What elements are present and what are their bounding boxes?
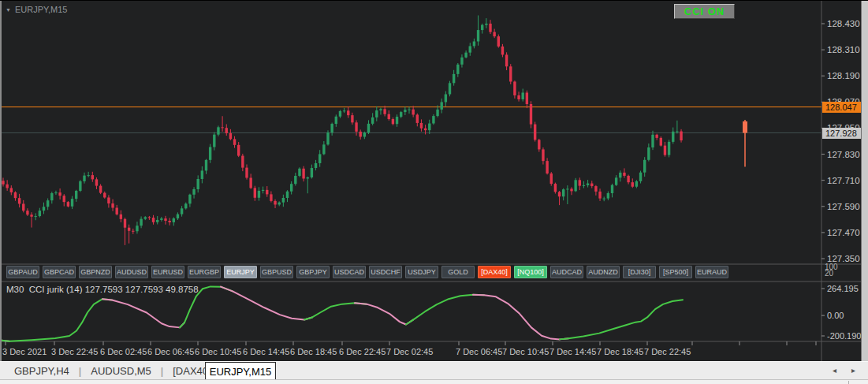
time-tick-label: 6 Dec 22:45 bbox=[339, 347, 386, 356]
candle-body bbox=[445, 95, 447, 103]
candle-body bbox=[156, 220, 158, 222]
candle-body bbox=[420, 123, 423, 129]
symbol-button-gbpcad[interactable]: GBPCAD bbox=[43, 266, 76, 278]
candle-body bbox=[530, 104, 532, 125]
symbol-button-audnzd[interactable]: AUDNZD bbox=[587, 266, 620, 278]
candle-body bbox=[404, 110, 406, 112]
candle-body bbox=[672, 132, 674, 142]
candle-body bbox=[566, 188, 568, 189]
candle-body bbox=[43, 207, 45, 211]
candle-body bbox=[266, 190, 268, 195]
candle-body bbox=[10, 188, 13, 192]
cci-line-segment bbox=[304, 303, 367, 319]
candle-body bbox=[579, 180, 581, 185]
symbol-button-gold[interactable]: GOLD bbox=[441, 266, 475, 278]
candle-body bbox=[140, 219, 142, 226]
tab-scroll-left-icon[interactable]: ◂ bbox=[833, 366, 836, 375]
symbol-button-gbpaud[interactable]: GBPAUD bbox=[6, 266, 39, 278]
candle-body bbox=[241, 156, 244, 168]
price-tick-label: 127.590 bbox=[827, 202, 860, 211]
candle-body bbox=[47, 200, 49, 207]
candle-body bbox=[371, 117, 374, 124]
candle-body bbox=[290, 184, 292, 192]
time-tick-label: 6 Dec 06:45 bbox=[147, 347, 194, 356]
symbol-button-usdchf[interactable]: USDCHF bbox=[369, 266, 402, 278]
cci-line-segment bbox=[221, 287, 312, 320]
candle-body bbox=[534, 125, 536, 140]
symbol-button-eurusd[interactable]: EURUSD bbox=[151, 266, 184, 278]
candle-body bbox=[120, 214, 122, 219]
candle-body bbox=[615, 177, 617, 185]
active-chart-tab[interactable]: EURJPY,M15 bbox=[205, 362, 276, 380]
candle-body bbox=[570, 188, 572, 191]
candle-body bbox=[651, 135, 654, 147]
symbol-button-euraud[interactable]: EURAUD bbox=[695, 266, 728, 278]
symbol-button-sp500[interactable]: [SP500] bbox=[659, 266, 692, 278]
symbol-button-dji30[interactable]: [DJI30] bbox=[623, 266, 656, 278]
candle-body bbox=[603, 199, 605, 199]
candle-body bbox=[116, 208, 118, 214]
candle-body bbox=[343, 110, 345, 111]
candle-body bbox=[225, 128, 228, 133]
candle-body bbox=[50, 193, 53, 200]
candle-body bbox=[464, 53, 467, 58]
candle-body bbox=[587, 184, 589, 185]
cci-toggle-button[interactable]: CCI ON bbox=[674, 4, 735, 19]
candle-body bbox=[63, 196, 65, 202]
candle-body bbox=[71, 199, 73, 207]
price-tick-label: 127.470 bbox=[827, 228, 860, 237]
candle-body bbox=[611, 185, 613, 193]
candle-body bbox=[237, 145, 240, 156]
candle-body bbox=[460, 58, 463, 65]
candle-body bbox=[513, 81, 516, 95]
candle-body bbox=[359, 132, 362, 137]
symbol-button-audusd[interactable]: AUDUSD bbox=[115, 266, 148, 278]
candle-body bbox=[481, 25, 483, 30]
candle-body bbox=[509, 66, 512, 81]
symbol-button-usdcad[interactable]: USDCAD bbox=[333, 266, 366, 278]
candle-body bbox=[497, 36, 500, 47]
candle-body bbox=[132, 231, 134, 232]
candle-body bbox=[436, 110, 438, 116]
candle-body bbox=[505, 54, 508, 66]
candle-body bbox=[449, 83, 451, 94]
chart-symbol-title: ▼ EURJPY,M15 bbox=[6, 5, 67, 14]
candle-body bbox=[181, 208, 183, 214]
candle-body bbox=[58, 192, 61, 196]
candle-body bbox=[428, 124, 430, 131]
candle-body bbox=[173, 218, 175, 222]
bid-price-label[interactable]: 127.928 bbox=[822, 128, 862, 139]
candle-body bbox=[647, 147, 650, 160]
candle-body bbox=[168, 221, 170, 222]
symbol-button-dax40[interactable]: [DAX40] bbox=[478, 266, 511, 278]
candle-body bbox=[282, 198, 285, 203]
symbol-button-nq100[interactable]: [NQ100] bbox=[514, 266, 547, 278]
mini-scale-20: 20 bbox=[825, 270, 833, 278]
symbol-button-eurjpy[interactable]: EURJPY bbox=[224, 266, 257, 278]
chart-tab-gbpjpy-h4[interactable]: GBPJPY,H4 bbox=[14, 365, 69, 377]
chart-tab-audusd-m5[interactable]: AUDUSD,M5 bbox=[91, 365, 151, 377]
symbol-button-usdjpy[interactable]: USDJPY bbox=[405, 266, 438, 278]
symbol-button-audcad[interactable]: AUDCAD bbox=[550, 266, 583, 278]
candle-body bbox=[375, 110, 378, 117]
tab-scroll-right-icon[interactable]: ▸ bbox=[851, 366, 855, 375]
orange-price-level-label[interactable]: 128.047 bbox=[822, 102, 862, 113]
candle-body bbox=[408, 110, 410, 110]
candle-body bbox=[262, 190, 264, 191]
time-tick-label: 6 Dec 18:45 bbox=[290, 347, 337, 356]
symbol-button-gbpnzd[interactable]: GBPNZD bbox=[79, 266, 112, 278]
candle-body bbox=[335, 117, 337, 124]
chart-canvas[interactable]: 128.430128.310128.190128.070127.950127.8… bbox=[0, 1, 868, 361]
candle-body bbox=[598, 192, 601, 199]
candle-body bbox=[400, 112, 402, 117]
symbol-button-gbpusd[interactable]: GBPUSD bbox=[260, 266, 293, 278]
window-right-border bbox=[861, 1, 868, 361]
candle-body bbox=[221, 127, 223, 128]
candle-body bbox=[298, 169, 300, 176]
candle-body bbox=[258, 191, 260, 198]
candle-body bbox=[526, 92, 528, 104]
symbol-button-eurgbp[interactable]: EURGBP bbox=[188, 266, 221, 278]
symbol-button-gbpjpy[interactable]: GBPJPY bbox=[296, 266, 330, 278]
cci-line-segment bbox=[102, 299, 184, 327]
candle-body bbox=[339, 111, 341, 117]
